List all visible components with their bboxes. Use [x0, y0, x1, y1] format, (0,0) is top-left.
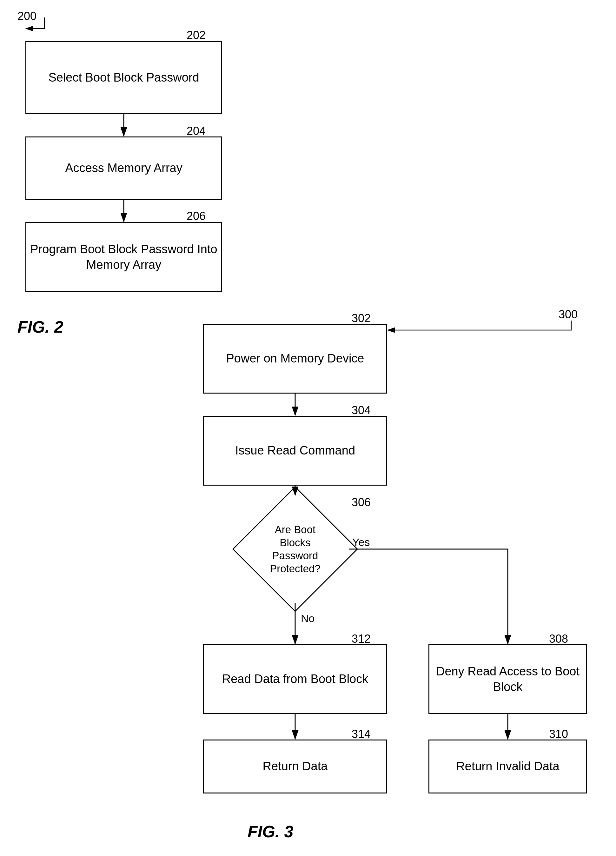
box-206: Program Boot Block Password Into Memory …: [25, 222, 222, 292]
fig3-label: FIG. 3: [248, 822, 293, 841]
box-310: Return Invalid Data: [428, 739, 587, 793]
diagram-container: 200 Select Boot Block Password 202 Acces…: [0, 0, 616, 856]
ref-312: 312: [352, 632, 371, 645]
box-302: Power on Memory Device: [203, 324, 387, 394]
fig2-label: FIG. 2: [17, 317, 63, 336]
ref-308: 308: [549, 632, 568, 645]
box-312: Read Data from Boot Block: [203, 644, 387, 714]
box-308: Deny Read Access to Boot Block: [428, 644, 587, 714]
diamond-306: Are Boot Blocks Password Protected?: [241, 495, 349, 603]
ref-300: 300: [559, 308, 578, 321]
box-202: Select Boot Block Password: [25, 41, 222, 114]
ref-302: 302: [352, 312, 371, 325]
ref-310: 310: [549, 727, 568, 741]
ref-204: 204: [186, 125, 206, 138]
ref-202: 202: [186, 29, 206, 42]
svg-text:No: No: [301, 612, 314, 624]
box-314: Return Data: [203, 739, 387, 793]
box-304: Issue Read Command: [203, 416, 387, 486]
ref-306: 306: [352, 496, 371, 509]
ref-314: 314: [352, 727, 371, 741]
box-204: Access Memory Array: [25, 137, 222, 200]
ref-304: 304: [352, 404, 371, 417]
ref-200: 200: [17, 9, 37, 23]
ref-206: 206: [186, 209, 206, 223]
